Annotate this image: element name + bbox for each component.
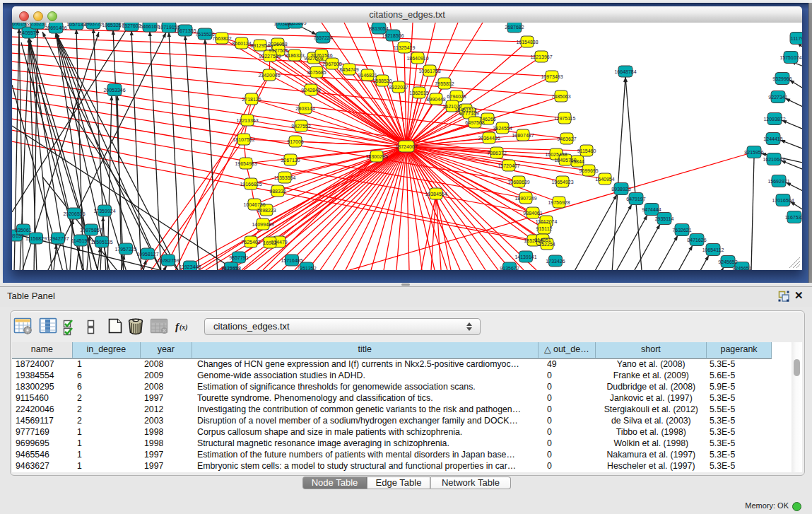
svg-text:8660124: 8660124: [232, 41, 251, 46]
svg-text:8990448: 8990448: [426, 97, 445, 102]
svg-text:19166825: 19166825: [240, 182, 261, 187]
svg-text:9474444: 9474444: [642, 207, 661, 212]
svg-text:1362615: 1362615: [409, 90, 428, 95]
svg-text:8471626: 8471626: [687, 238, 706, 243]
svg-text:1588520: 1588520: [372, 78, 392, 83]
svg-text:11325419: 11325419: [394, 45, 416, 50]
svg-text:11612074: 11612074: [536, 219, 558, 224]
svg-text:3675685: 3675685: [307, 70, 326, 75]
svg-text:9463627: 9463627: [557, 136, 576, 141]
svg-text:11923448: 11923448: [180, 264, 201, 269]
svg-text:20691406: 20691406: [45, 25, 66, 30]
svg-text:12093872: 12093872: [763, 117, 785, 122]
svg-text:19654923: 19654923: [551, 180, 573, 185]
svg-text:1498223: 1498223: [257, 208, 276, 213]
svg-text:18724007: 18724007: [395, 144, 417, 149]
svg-text:12505135: 12505135: [90, 240, 112, 245]
svg-text:2718126: 2718126: [242, 97, 261, 102]
svg-text:1733426: 1733426: [546, 259, 565, 264]
svg-text:17957225: 17957225: [114, 247, 136, 252]
svg-text:9227341: 9227341: [768, 95, 787, 100]
svg-text:10654112: 10654112: [702, 247, 724, 252]
svg-text:835061: 835061: [15, 228, 31, 233]
svg-text:93227539: 93227539: [259, 54, 281, 59]
svg-text:11353554: 11353554: [274, 175, 296, 180]
svg-text:252254: 252254: [539, 242, 555, 247]
svg-text:20053346: 20053346: [103, 88, 125, 93]
svg-text:14139141: 14139141: [514, 255, 536, 259]
svg-text:20261546: 20261546: [310, 53, 332, 58]
svg-text:8454749: 8454749: [339, 67, 358, 72]
svg-text:10653267: 10653267: [102, 23, 124, 28]
svg-text:1145193: 1145193: [71, 238, 90, 243]
svg-text:9884061: 9884061: [523, 211, 542, 216]
svg-text:8427552: 8427552: [291, 124, 310, 129]
svg-text:3267130: 3267130: [281, 158, 300, 163]
svg-text:9242848: 9242848: [301, 88, 320, 93]
svg-text:1405571: 1405571: [19, 30, 38, 35]
svg-text:9777169: 9777169: [459, 111, 478, 116]
svg-text:8186323: 8186323: [285, 53, 304, 58]
svg-text:12213967: 12213967: [530, 54, 552, 59]
svg-text:2967608: 2967608: [322, 62, 341, 66]
svg-text:30975857: 30975857: [80, 228, 102, 233]
svg-text:9857791: 9857791: [229, 255, 248, 260]
svg-text:9245652: 9245652: [718, 259, 737, 264]
svg-text:10807487: 10807487: [512, 133, 534, 138]
svg-text:3824554: 3824554: [493, 126, 512, 131]
svg-text:12942737: 12942737: [47, 236, 69, 241]
svg-text:16210643: 16210643: [763, 157, 784, 162]
svg-text:95844: 95844: [570, 159, 584, 164]
svg-text:19756928: 19756928: [548, 200, 570, 205]
svg-text:915112: 915112: [536, 226, 553, 231]
svg-text:(x): (x): [180, 323, 188, 332]
svg-text:2803144: 2803144: [295, 106, 314, 111]
svg-text:7632621: 7632621: [672, 228, 691, 233]
svg-text:10961758: 10961758: [418, 69, 440, 74]
svg-text:10958127: 10958127: [136, 252, 158, 257]
svg-text:17359924: 17359924: [93, 209, 115, 214]
svg-text:10688639: 10688639: [507, 180, 529, 185]
svg-text:10046736: 10046736: [243, 202, 265, 207]
svg-text:23420046: 23420046: [258, 73, 280, 78]
svg-text:17016504: 17016504: [772, 198, 794, 203]
svg-text:8813054: 8813054: [369, 26, 388, 31]
svg-text:10973493: 10973493: [541, 74, 563, 79]
svg-text:6466160: 6466160: [140, 24, 159, 29]
svg-text:20364436: 20364436: [478, 136, 500, 141]
svg-text:9135672: 9135672: [500, 266, 519, 271]
svg-text:2687682: 2687682: [505, 25, 524, 30]
svg-text:14099489: 14099489: [252, 222, 273, 227]
svg-text:939159: 939159: [12, 233, 24, 238]
svg-text:20206536: 20206536: [63, 211, 85, 216]
svg-text:12975115: 12975115: [554, 116, 576, 121]
svg-text:1527602: 1527602: [122, 23, 141, 28]
svg-text:7625402: 7625402: [241, 240, 260, 245]
svg-text:19218506: 19218506: [382, 33, 404, 38]
svg-text:2696193: 2696193: [12, 23, 29, 26]
svg-text:12213363: 12213363: [236, 118, 258, 123]
svg-text:3226058: 3226058: [268, 42, 287, 47]
svg-text:10671355: 10671355: [174, 28, 196, 33]
svg-text:8938923: 8938923: [611, 187, 630, 192]
svg-text:19654983: 19654983: [235, 161, 257, 166]
svg-text:7663822: 7663822: [212, 36, 231, 41]
svg-text:7485063: 7485063: [551, 94, 570, 99]
svg-text:11156829: 11156829: [25, 236, 47, 241]
svg-text:917006: 917006: [287, 139, 303, 144]
svg-text:9327505: 9327505: [269, 48, 288, 53]
svg-text:18640910: 18640910: [406, 56, 428, 61]
svg-text:8322037: 8322037: [389, 85, 408, 90]
svg-text:9146821: 9146821: [358, 73, 377, 78]
svg-text:18907249: 18907249: [514, 196, 536, 201]
svg-text:16033809: 16033809: [284, 23, 306, 25]
svg-text:988332: 988332: [269, 189, 286, 194]
svg-text:8912954: 8912954: [250, 43, 269, 48]
svg-text:9115460: 9115460: [577, 148, 596, 153]
svg-text:1167533: 1167533: [785, 215, 802, 220]
svg-text:15720407: 15720407: [498, 163, 519, 168]
svg-text:16912: 16912: [263, 240, 277, 245]
svg-text:7351352: 7351352: [297, 266, 316, 271]
svg-text:2935114: 2935114: [655, 216, 674, 221]
svg-text:8215956: 8215956: [744, 150, 763, 155]
